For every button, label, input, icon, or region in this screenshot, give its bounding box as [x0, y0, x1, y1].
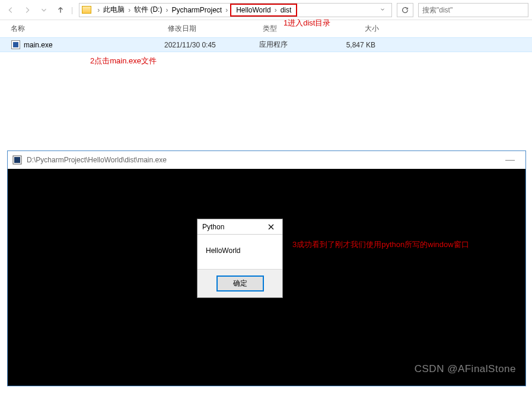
explorer-toolbar: | › 此电脑 › 软件 (D:) › PycharmProject › Hel…	[0, 0, 532, 20]
file-modified: 2021/11/30 0:45	[164, 41, 259, 49]
dialog-close-button[interactable]	[265, 221, 278, 233]
file-size: 5,847 KB	[330, 41, 384, 49]
svg-rect-1	[14, 157, 20, 163]
dialog-title: Python	[202, 223, 265, 231]
breadcrumb-pc[interactable]: 此电脑	[102, 5, 126, 15]
file-row-main-exe[interactable]: main.exe 2021/11/30 0:45 应用程序 5,847 KB	[0, 37, 532, 52]
nav-back-button[interactable]	[4, 3, 18, 17]
refresh-button[interactable]	[397, 3, 413, 17]
chevron-right-icon[interactable]: ›	[275, 6, 277, 14]
nav-recent-button[interactable]	[37, 3, 51, 17]
annotation-2: 2点击main.exe文件	[90, 56, 157, 66]
console-icon	[12, 155, 22, 165]
console-body: Python HelloWorld 确定 3成功看到了刚才我们使用python所…	[8, 169, 525, 386]
annotation-highlight: HelloWorld › dist	[230, 4, 297, 17]
search-box[interactable]	[418, 3, 528, 17]
dialog-footer: 确定	[197, 269, 282, 297]
breadcrumb-hello[interactable]: HelloWorld	[235, 6, 272, 14]
breadcrumb-dist[interactable]: dist	[279, 6, 293, 14]
column-name-header[interactable]: 名称	[11, 24, 168, 34]
console-minimize-button[interactable]: —	[499, 155, 521, 165]
annotation-1: 1进入dist目录	[283, 18, 330, 28]
watermark: CSDN @AFinalStone	[415, 363, 516, 375]
breadcrumb-drive[interactable]: 软件 (D:)	[133, 5, 163, 15]
column-size-header[interactable]: 大小	[334, 24, 387, 34]
console-window: D:\PycharmProject\HelloWorld\dist\main.e…	[7, 150, 526, 386]
toolbar-separator: |	[71, 6, 73, 14]
dialog-message: HelloWorld	[197, 235, 282, 269]
file-name: main.exe	[24, 41, 53, 49]
address-dropdown-button[interactable]	[376, 6, 389, 14]
column-date-header[interactable]: 修改日期	[168, 24, 263, 34]
nav-up-button[interactable]	[53, 3, 68, 17]
exe-icon	[11, 40, 20, 50]
breadcrumb-project[interactable]: PycharmProject	[170, 6, 223, 14]
console-titlebar[interactable]: D:\PycharmProject\HelloWorld\dist\main.e…	[8, 151, 525, 169]
chevron-right-icon[interactable]: ›	[97, 6, 100, 14]
address-bar[interactable]: › 此电脑 › 软件 (D:) › PycharmProject › Hello…	[79, 3, 392, 17]
search-input[interactable]	[422, 6, 524, 14]
file-explorer: | › 此电脑 › 软件 (D:) › PycharmProject › Hel…	[0, 0, 532, 52]
columns-header: 名称 修改日期 类型 大小	[0, 20, 532, 37]
dialog-ok-button[interactable]: 确定	[216, 276, 264, 292]
chevron-right-icon[interactable]: ›	[165, 6, 168, 14]
dialog-titlebar[interactable]: Python	[197, 219, 282, 235]
annotation-3: 3成功看到了刚才我们使用python所写的window窗口	[292, 239, 469, 250]
console-title: D:\PycharmProject\HelloWorld\dist\main.e…	[27, 156, 499, 164]
nav-forward-button[interactable]	[20, 3, 34, 17]
python-dialog: Python HelloWorld 确定	[197, 219, 283, 298]
file-type: 应用程序	[259, 40, 330, 50]
folder-icon	[82, 6, 91, 14]
chevron-right-icon[interactable]: ›	[225, 6, 228, 14]
chevron-right-icon[interactable]: ›	[128, 6, 130, 14]
